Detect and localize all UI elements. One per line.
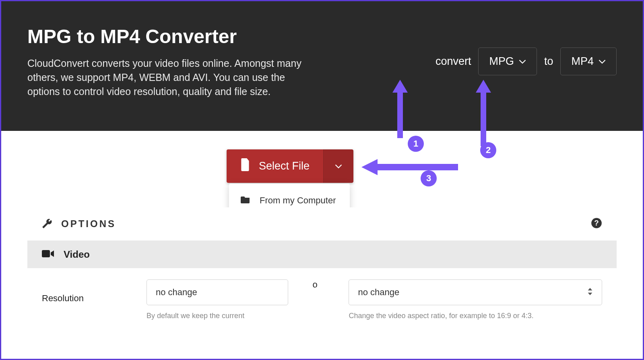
video-camera-icon xyxy=(42,249,54,260)
chevron-down-icon xyxy=(599,58,606,65)
page-title: MPG to MP4 Converter xyxy=(27,25,317,48)
options-header: OPTIONS ? xyxy=(27,207,617,241)
convert-label: convert xyxy=(436,55,471,68)
from-format-value: MPG xyxy=(489,55,514,68)
convert-row: convert MPG to MP4 xyxy=(436,48,617,75)
main-area: OPTIONS ? Video Resolution no change By xyxy=(1,131,643,341)
page-description: CloudConvert converts your video files o… xyxy=(27,56,317,99)
aspect-label-partial: o xyxy=(312,279,320,290)
aspect-value: no change xyxy=(358,287,399,298)
aspect-select[interactable]: no change xyxy=(349,279,602,305)
resolution-value: no change xyxy=(156,287,197,298)
fields-row: Resolution no change By default we keep … xyxy=(27,268,617,325)
help-icon[interactable]: ? xyxy=(591,217,602,230)
from-format-button[interactable]: MPG xyxy=(478,48,537,75)
to-label: to xyxy=(544,55,553,68)
options-title: OPTIONS xyxy=(61,218,116,230)
svg-rect-6 xyxy=(42,250,50,257)
hero-left: MPG to MP4 Converter CloudConvert conver… xyxy=(27,25,317,99)
resolution-help: By default we keep the current xyxy=(147,311,288,321)
hero-section: MPG to MP4 Converter CloudConvert conver… xyxy=(1,1,643,131)
video-section-header: Video xyxy=(27,241,617,268)
video-section-label: Video xyxy=(64,249,90,260)
chevron-down-icon xyxy=(519,58,526,65)
wrench-icon xyxy=(42,218,52,230)
to-format-button[interactable]: MP4 xyxy=(560,48,617,75)
aspect-field: o no change Change the video aspect rati… xyxy=(312,279,602,321)
resolution-field: Resolution no change By default we keep … xyxy=(42,279,288,321)
sort-icon xyxy=(587,287,593,298)
aspect-help: Change the video aspect ratio, for examp… xyxy=(349,311,602,321)
options-panel: OPTIONS ? Video Resolution no change By xyxy=(27,207,617,325)
resolution-select[interactable]: no change xyxy=(147,279,288,305)
to-format-value: MP4 xyxy=(571,55,594,68)
svg-text:?: ? xyxy=(594,219,599,227)
resolution-label: Resolution xyxy=(42,293,102,304)
